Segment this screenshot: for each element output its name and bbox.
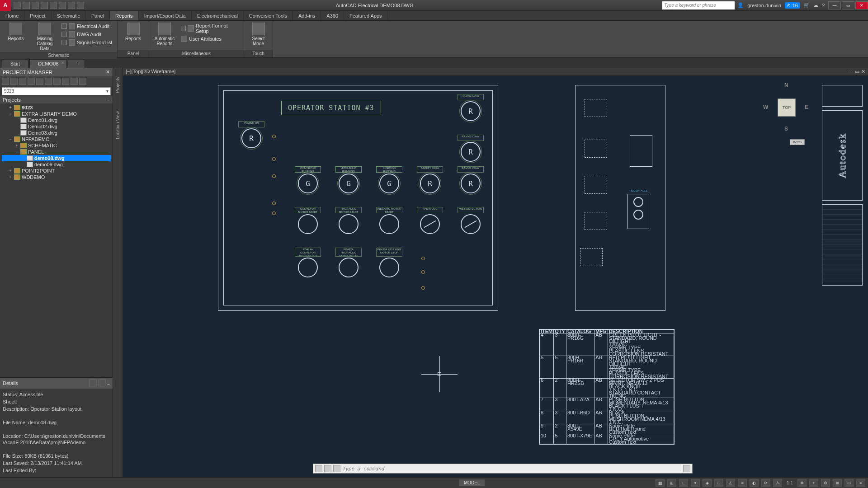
electrical-audit-button[interactable]: Electrical Audit — [61, 23, 113, 30]
model-tab[interactable]: MODEL — [459, 479, 485, 486]
menu-tab-import-export-data[interactable]: Import/Export Data — [139, 11, 192, 20]
close-button[interactable]: ✕ — [855, 1, 868, 9]
tree-item-wddemo[interactable]: +WDDEMO — [2, 174, 111, 180]
pm-help-icon[interactable] — [79, 78, 86, 85]
tree-item-demo03-dwg[interactable]: Demo03.dwg — [2, 130, 111, 136]
pm-tool-8[interactable] — [62, 78, 69, 85]
menu-tab-project[interactable]: Project — [24, 11, 51, 20]
sb-scale[interactable]: 1:1 — [785, 480, 795, 485]
qat-plot-icon[interactable] — [50, 2, 57, 9]
project-combo[interactable]: 9023 — [2, 87, 111, 95]
qat-more-icon[interactable] — [77, 2, 84, 9]
pm-tool-5[interactable] — [36, 78, 43, 85]
tree-item-panel[interactable]: −PANEL — [2, 149, 111, 155]
tree-item-demo08-dwg[interactable]: demo08.dwg — [2, 155, 111, 161]
menu-tab-add-ins[interactable]: Add-ins — [293, 11, 321, 20]
pm-tool-4[interactable] — [28, 78, 35, 85]
sb-grid-icon[interactable]: ▦ — [656, 479, 665, 487]
select-mode-button[interactable]: Select Mode — [247, 22, 270, 47]
sb-ortho-icon[interactable]: ∟ — [679, 479, 688, 487]
new-tab-button[interactable]: + — [68, 60, 85, 68]
command-line[interactable]: ✕ ▾ ›_ ▴ — [313, 464, 693, 474]
exchange-icon[interactable]: 🛒 — [803, 2, 810, 8]
details-btn-1[interactable] — [90, 379, 97, 386]
drawing-area[interactable]: [−][Top][2D Wireframe] —▭✕ OPERATOR STAT… — [123, 68, 868, 477]
a360-icon[interactable]: ☁ — [813, 2, 818, 8]
sb-ann-icon[interactable]: 人 — [773, 479, 782, 487]
cmd-prompt-icon[interactable]: ›_ — [333, 465, 340, 472]
sb-ws-icon[interactable]: ⚙ — [821, 479, 830, 487]
tree-item-demo09-dwg[interactable]: demo09.dwg — [2, 161, 111, 168]
cmd-close-icon[interactable]: ✕ — [315, 465, 322, 472]
menu-tab-reports[interactable]: Reports — [110, 11, 139, 20]
sb-otrack-icon[interactable]: ∠ — [726, 479, 735, 487]
tree-item-point2point[interactable]: +POINT2POINT — [2, 168, 111, 174]
report-format-button[interactable]: Report Format Setup — [180, 23, 241, 34]
vp-min-icon[interactable]: — — [848, 69, 853, 75]
pm-tool-1[interactable] — [2, 78, 9, 85]
tree-item-demo01-dwg[interactable]: Demo01.dwg — [2, 117, 111, 123]
notification-badge[interactable]: ⏱ 16 — [785, 2, 800, 9]
missing-catalog-button[interactable]: Missing Catalog Data — [32, 22, 58, 52]
menu-tab-conversion-tools[interactable]: Conversion Tools — [244, 11, 293, 20]
panel-close-icon[interactable]: ✕ — [106, 69, 110, 75]
menu-tab-electromechanical[interactable]: Electromechanical — [192, 11, 244, 20]
signin-icon[interactable]: 👤 — [737, 2, 744, 8]
tree-item-nfpademo[interactable]: −NFPADEMO — [2, 136, 111, 142]
view-cube[interactable]: TOP N S E W — [760, 80, 814, 135]
qat-save-icon[interactable] — [32, 2, 39, 9]
sb-plus-icon[interactable]: + — [809, 479, 818, 487]
reports-button[interactable]: Reports — [3, 22, 29, 42]
help-icon[interactable]: ? — [822, 3, 825, 8]
viewport-label[interactable]: [−][Top][2D Wireframe] — [126, 69, 175, 75]
details-btn-2[interactable] — [99, 379, 106, 386]
sb-polar-icon[interactable]: ✦ — [691, 479, 700, 487]
sb-lwt-icon[interactable]: ≡ — [738, 479, 747, 487]
help-search-input[interactable]: Type a keyword or phrase — [662, 1, 735, 9]
signal-error-button[interactable]: Signal Error/List — [61, 39, 113, 46]
pm-tool-9[interactable] — [71, 78, 78, 85]
tab-demo08[interactable]: DEMO08✕ — [29, 59, 67, 68]
menu-tab-featured-apps[interactable]: Featured Apps — [344, 11, 388, 20]
dwg-audit-button[interactable]: DWG Audit — [61, 31, 113, 38]
qat-redo-icon[interactable] — [68, 2, 75, 9]
user-attributes-button[interactable]: User Attributes — [180, 35, 241, 42]
qat-saveas-icon[interactable] — [41, 2, 48, 9]
pm-tool-3[interactable] — [19, 78, 26, 85]
sb-osnap-icon[interactable]: □ — [714, 479, 723, 487]
pm-tool-7[interactable] — [53, 78, 61, 85]
close-tab-icon[interactable]: ✕ — [61, 61, 65, 65]
sb-gear-icon[interactable]: ✲ — [797, 479, 807, 487]
tab-start[interactable]: Start — [2, 60, 28, 68]
pm-tool-6[interactable] — [45, 78, 52, 85]
qat-open-icon[interactable] — [23, 2, 30, 9]
cmd-expand-icon[interactable]: ▴ — [683, 465, 690, 472]
sb-snap-icon[interactable]: ⊞ — [667, 479, 676, 487]
side-tab-projects[interactable]: Projects — [115, 77, 120, 93]
tree-item-demo02-dwg[interactable]: Demo02.dwg — [2, 123, 111, 130]
tree-item-extra-library-demo[interactable]: −EXTRA LIBRARY DEMO — [2, 111, 111, 117]
wcs-label[interactable]: WCS — [790, 139, 805, 145]
command-input[interactable] — [342, 466, 681, 472]
qat-new-icon[interactable] — [14, 2, 21, 9]
side-tab-location[interactable]: Location View — [115, 111, 120, 139]
pm-tool-2[interactable] — [10, 78, 18, 85]
minimize-button[interactable]: — — [828, 1, 841, 9]
sb-cycle-icon[interactable]: ⟳ — [761, 479, 770, 487]
sb-mon-icon[interactable]: 🖥 — [833, 479, 842, 487]
sb-custom-icon[interactable]: ≡ — [856, 479, 865, 487]
details-collapse-icon[interactable]: − — [107, 382, 110, 387]
menu-tab-a360[interactable]: A360 — [321, 11, 344, 20]
sb-trans-icon[interactable]: ◐ — [750, 479, 759, 487]
menu-tab-panel[interactable]: Panel — [86, 11, 110, 20]
menu-tab-schematic[interactable]: Schematic — [52, 11, 86, 20]
app-icon[interactable]: A — [0, 0, 11, 11]
maximize-button[interactable]: ▭ — [842, 1, 854, 9]
menu-tab-home[interactable]: Home — [0, 11, 24, 20]
qat-undo-icon[interactable] — [59, 2, 66, 9]
projects-header[interactable]: Projects− — [0, 96, 113, 103]
panel-reports-button[interactable]: Reports — [120, 22, 146, 42]
sb-iso-icon[interactable]: ◈ — [703, 479, 712, 487]
tree-item-schematic[interactable]: +SCHEMATIC — [2, 142, 111, 149]
tree-item-9023[interactable]: +9023 — [2, 104, 111, 111]
